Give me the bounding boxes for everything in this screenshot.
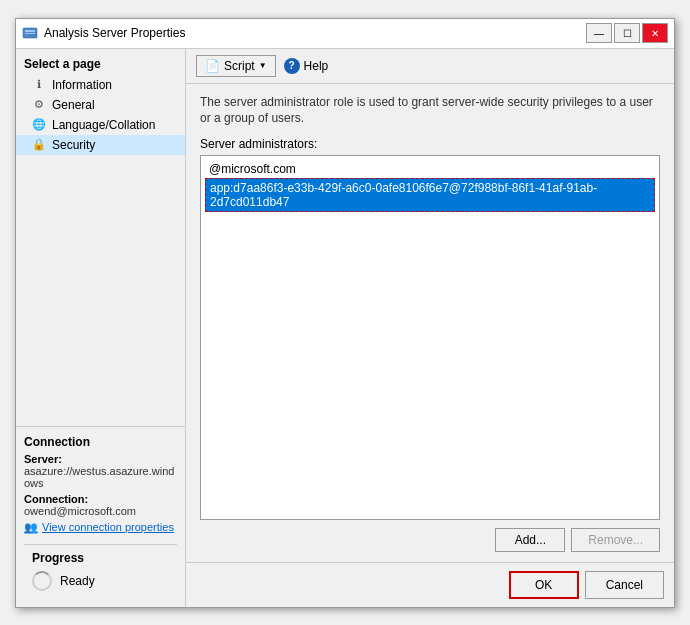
svg-rect-1 (25, 30, 35, 32)
main-window: Analysis Server Properties — ☐ ✕ Select … (15, 18, 675, 608)
admin-item-1[interactable]: app:d7aa86f3-e33b-429f-a6c0-0afe8106f6e7… (205, 178, 655, 212)
help-icon: ? (284, 58, 300, 74)
admin-item-0-value: @microsoft.com (209, 162, 296, 176)
admins-box[interactable]: @microsoft.com app:d7aa86f3-e33b-429f-a6… (200, 155, 660, 519)
language-icon: 🌐 (32, 118, 46, 132)
description-text: The server administrator role is used to… (200, 94, 660, 128)
window-title: Analysis Server Properties (44, 26, 185, 40)
remove-button[interactable]: Remove... (571, 528, 660, 552)
script-label: Script (224, 59, 255, 73)
minimize-button[interactable]: — (586, 23, 612, 43)
sidebar-item-general-label: General (52, 98, 95, 112)
toolbar: 📄 Script ▼ ? Help (186, 49, 674, 84)
script-button[interactable]: 📄 Script ▼ (196, 55, 276, 77)
security-icon: 🔒 (32, 138, 46, 152)
progress-spinner (32, 571, 52, 591)
bottom-bar: OK Cancel (186, 562, 674, 607)
server-label: Server: (24, 453, 177, 465)
main-content: The server administrator role is used to… (186, 84, 674, 562)
script-icon: 📄 (205, 59, 220, 73)
progress-status: Ready (60, 574, 95, 588)
progress-row: Ready (32, 571, 169, 591)
main-panel: 📄 Script ▼ ? Help The server administrat… (186, 49, 674, 607)
help-label: Help (304, 59, 329, 73)
cancel-button[interactable]: Cancel (585, 571, 664, 599)
connection-value: owend@microsoft.com (24, 505, 177, 517)
ok-button[interactable]: OK (509, 571, 579, 599)
sidebar-item-language-label: Language/Collation (52, 118, 155, 132)
title-bar: Analysis Server Properties — ☐ ✕ (16, 19, 674, 49)
sidebar-section-title: Select a page (16, 49, 185, 75)
sidebar: Select a page ℹ Information ⚙ General 🌐 … (16, 49, 186, 607)
sidebar-item-information[interactable]: ℹ Information (16, 75, 185, 95)
sidebar-item-general[interactable]: ⚙ General (16, 95, 185, 115)
progress-section: Progress Ready (24, 544, 177, 599)
title-bar-left: Analysis Server Properties (22, 25, 185, 41)
admins-label: Server administrators: (200, 137, 660, 151)
content-area: Select a page ℹ Information ⚙ General 🌐 … (16, 49, 674, 607)
connection-title: Connection (24, 435, 177, 449)
server-value: asazure://westus.asazure.windows (24, 465, 177, 489)
title-controls: — ☐ ✕ (586, 23, 668, 43)
progress-title: Progress (32, 551, 169, 565)
close-button[interactable]: ✕ (642, 23, 668, 43)
information-icon: ℹ (32, 78, 46, 92)
connection-section: Connection Server: asazure://westus.asaz… (24, 435, 177, 534)
admin-item-1-value: app:d7aa86f3-e33b-429f-a6c0-0afe8106f6e7… (210, 181, 597, 209)
view-connection-properties-link[interactable]: 👥 View connection properties (24, 521, 177, 534)
connection-link-icon: 👥 (24, 521, 38, 534)
sidebar-item-language-collation[interactable]: 🌐 Language/Collation (16, 115, 185, 135)
sidebar-item-security-label: Security (52, 138, 95, 152)
script-dropdown-arrow: ▼ (259, 61, 267, 70)
add-remove-row: Add... Remove... (200, 528, 660, 552)
connection-link-label: View connection properties (42, 521, 174, 533)
svg-rect-2 (25, 33, 35, 34)
help-button[interactable]: ? Help (284, 58, 329, 74)
sidebar-item-information-label: Information (52, 78, 112, 92)
admin-item-0[interactable]: @microsoft.com (205, 160, 655, 178)
window-icon (22, 25, 38, 41)
sidebar-item-security[interactable]: 🔒 Security (16, 135, 185, 155)
general-icon: ⚙ (32, 98, 46, 112)
sidebar-bottom: Connection Server: asazure://westus.asaz… (16, 426, 185, 607)
add-button[interactable]: Add... (495, 528, 565, 552)
maximize-button[interactable]: ☐ (614, 23, 640, 43)
connection-label: Connection: (24, 493, 177, 505)
